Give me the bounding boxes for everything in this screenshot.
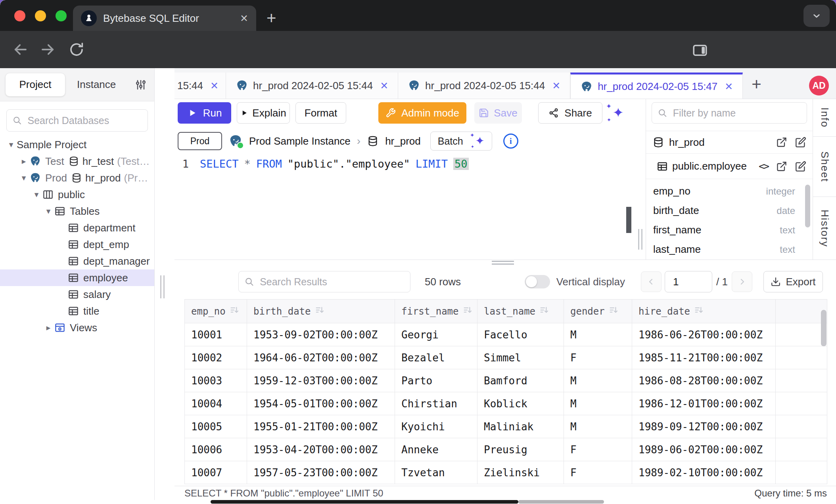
- sheet-tab[interactable]: 5 15:44✕: [174, 73, 226, 99]
- caret-right-icon[interactable]: ▸: [18, 157, 29, 166]
- table-cell[interactable]: 10006: [185, 438, 247, 461]
- column-header-gender[interactable]: gender: [564, 300, 632, 323]
- tree-item-group-views[interactable]: ▸Views: [0, 319, 154, 336]
- database-search[interactable]: [6, 109, 148, 132]
- table-cell[interactable]: M: [564, 369, 632, 392]
- sort-icon[interactable]: [315, 305, 324, 317]
- filter-sliders-icon[interactable]: [134, 78, 147, 91]
- share-button[interactable]: Share: [538, 102, 602, 124]
- table-cell[interactable]: F: [564, 461, 632, 484]
- table-cell[interactable]: 1989-02-10T00:00:00Z: [632, 461, 776, 484]
- results-scrollbar[interactable]: [821, 310, 826, 346]
- export-button[interactable]: Export: [763, 271, 823, 292]
- column-row[interactable]: last_nametext: [653, 240, 805, 259]
- sort-icon[interactable]: [609, 305, 618, 317]
- tab-instance[interactable]: Instance: [77, 78, 116, 91]
- table-cell[interactable]: F: [564, 438, 632, 461]
- close-icon[interactable]: ✕: [210, 80, 219, 92]
- page-number-input[interactable]: [665, 271, 712, 292]
- caret-right-icon[interactable]: ▸: [43, 323, 54, 332]
- browser-tab[interactable]: Bytebase SQL Editor ✕: [73, 6, 256, 31]
- table-cell[interactable]: Parto: [395, 369, 477, 392]
- info-icon[interactable]: i: [503, 134, 518, 149]
- table-cell[interactable]: Maliniak: [477, 415, 564, 438]
- format-button[interactable]: Format: [295, 102, 346, 124]
- sheet-tab[interactable]: hr_prod 2024-02-05 15:44✕: [226, 73, 398, 99]
- column-header-first_name[interactable]: first_name: [395, 300, 477, 323]
- rail-tab-history[interactable]: History: [813, 197, 836, 260]
- sort-icon[interactable]: [694, 305, 704, 317]
- prev-page-button[interactable]: [641, 271, 662, 292]
- table-cell[interactable]: 10002: [185, 346, 247, 369]
- database-name[interactable]: hr_prod: [385, 135, 421, 147]
- filter-by-name-input[interactable]: [672, 107, 801, 119]
- table-cell[interactable]: 1955-01-21T00:00:00Z: [247, 415, 395, 438]
- new-sheet-button[interactable]: +: [752, 75, 761, 94]
- table-cell[interactable]: Kyoichi: [395, 415, 477, 438]
- table-cell[interactable]: 1989-06-02T00:00:00Z: [632, 438, 776, 461]
- search-results-input[interactable]: [259, 276, 405, 288]
- sort-icon[interactable]: [230, 305, 239, 317]
- tree-item-table-department[interactable]: department: [0, 220, 154, 236]
- column-row[interactable]: birth_datedate: [653, 201, 805, 220]
- column-header-hire_date[interactable]: hire_date: [632, 300, 776, 323]
- column-list-scrollbar[interactable]: [805, 185, 810, 227]
- horizontal-scrollbar-thumb[interactable]: [211, 500, 518, 504]
- table-cell[interactable]: 1953-09-02T00:00:00Z: [247, 323, 395, 346]
- results-search[interactable]: [238, 271, 410, 292]
- instance-name[interactable]: Prod Sample Instance: [249, 135, 351, 147]
- vertical-display-toggle[interactable]: [525, 275, 550, 288]
- minimize-window-button[interactable]: [35, 10, 46, 21]
- save-button[interactable]: Save: [474, 102, 522, 124]
- sidebar-resize-handle[interactable]: [160, 275, 165, 298]
- tree-item-table-dept-manager[interactable]: dept_manager: [0, 253, 154, 269]
- forward-icon[interactable]: [40, 41, 56, 58]
- table-cell[interactable]: Chirstian: [395, 392, 477, 415]
- panel-resize-handle[interactable]: [638, 229, 642, 250]
- table-cell[interactable]: 1959-12-03T00:00:00Z: [247, 369, 395, 392]
- edit-icon[interactable]: [795, 137, 806, 148]
- table-cell[interactable]: Simmel: [477, 346, 564, 369]
- next-page-button[interactable]: [732, 271, 752, 292]
- table-cell[interactable]: 10007: [185, 461, 247, 484]
- table-cell[interactable]: 1986-06-26T00:00:00Z: [632, 323, 776, 346]
- table-cell[interactable]: Preusig: [477, 438, 564, 461]
- tree-item-db-hr-prod[interactable]: ▾Prodhr_prod(Pr…: [0, 170, 154, 186]
- table-cell[interactable]: Facello: [477, 323, 564, 346]
- batch-button[interactable]: Batch ✦✦✦: [430, 132, 492, 151]
- table-cell[interactable]: 1989-09-12T00:00:00Z: [632, 415, 776, 438]
- sheet-tab[interactable]: hr_prod 2024-02-05 15:47✕: [570, 73, 743, 99]
- table-cell[interactable]: 10005: [185, 415, 247, 438]
- table-cell[interactable]: M: [564, 415, 632, 438]
- column-header-emp_no[interactable]: emp_no: [185, 300, 247, 323]
- rail-tab-info[interactable]: Info: [813, 99, 836, 137]
- table-cell[interactable]: 1986-08-28T00:00:00Z: [632, 369, 776, 392]
- table-cell[interactable]: 1953-04-20T00:00:00Z: [247, 438, 395, 461]
- table-cell[interactable]: Koblick: [477, 392, 564, 415]
- run-button[interactable]: Run: [178, 102, 231, 124]
- sheet-tab[interactable]: hr_prod 2024-02-05 15:44✕: [398, 73, 570, 99]
- external-link-icon[interactable]: [776, 137, 787, 148]
- column-row[interactable]: emp_nointeger: [653, 181, 805, 201]
- tree-item-schema-public[interactable]: ▾public: [0, 186, 154, 203]
- avatar[interactable]: AD: [809, 76, 829, 95]
- table-cell[interactable]: 1954-05-01T00:00:00Z: [247, 392, 395, 415]
- side-panel-icon[interactable]: [692, 42, 708, 59]
- caret-down-icon[interactable]: ▾: [31, 190, 42, 199]
- column-header-last_name[interactable]: last_name: [477, 300, 564, 323]
- horizontal-splitter[interactable]: [174, 260, 836, 264]
- maximize-window-button[interactable]: [56, 10, 67, 21]
- sort-icon[interactable]: [463, 305, 472, 317]
- new-browser-tab-button[interactable]: +: [267, 9, 276, 28]
- table-cell[interactable]: Tzvetan: [395, 461, 477, 484]
- close-icon[interactable]: ✕: [380, 80, 388, 92]
- browser-tab-close-icon[interactable]: ✕: [240, 13, 248, 24]
- table-cell[interactable]: Bezalel: [395, 346, 477, 369]
- table-cell[interactable]: 1964-06-02T00:00:00Z: [247, 346, 395, 369]
- table-cell[interactable]: 10003: [185, 369, 247, 392]
- tree-item-table-employee[interactable]: employee: [0, 269, 154, 286]
- table-cell[interactable]: M: [564, 323, 632, 346]
- code-icon[interactable]: <>: [759, 160, 768, 172]
- table-cell[interactable]: 10004: [185, 392, 247, 415]
- tree-item-table-dept-emp[interactable]: dept_emp: [0, 236, 154, 253]
